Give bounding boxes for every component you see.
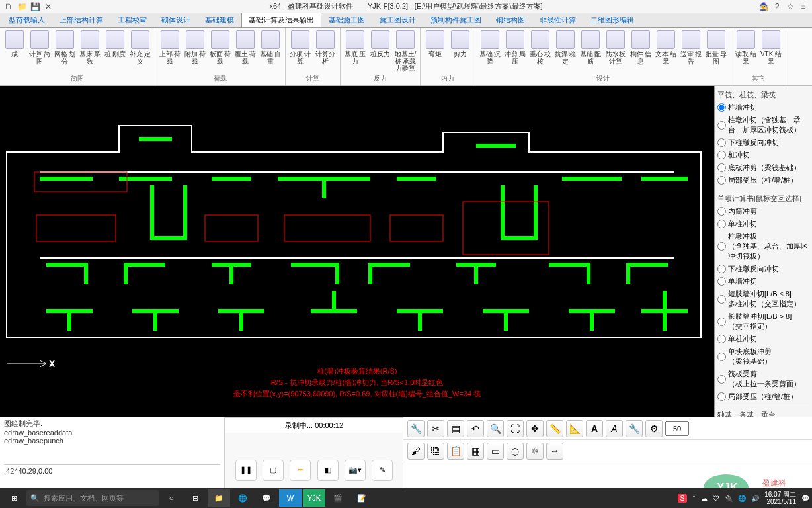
option-radio[interactable]: 单墙冲切 [717,275,809,288]
brush-icon[interactable]: 🖌 [407,443,425,460]
taskbar-search[interactable]: 🔍 搜索应用、文档、网页等 [26,490,159,506]
grid-icon[interactable]: ▦ [467,443,484,460]
start-button[interactable]: ⊞ [3,489,25,507]
ribbon-button[interactable]: 批量 导图 [704,29,728,73]
tray-power-icon[interactable]: 🔌 [725,495,733,502]
option-radio[interactable]: 柱墙冲切 [717,101,809,114]
app-recorder[interactable]: 🎬 [327,489,349,507]
tab-6[interactable]: 基础施工图 [321,13,372,27]
tab-10[interactable]: 非线性计算 [532,13,583,27]
font-a-icon[interactable]: A [606,420,623,437]
option-radio[interactable]: 底板冲剪（梁筏基础） [717,161,809,174]
open-icon[interactable]: 📁 [17,2,26,11]
option-radio[interactable]: 局部受压（柱/墙/桩） [717,390,809,403]
radio-input[interactable] [717,265,726,273]
taskview-icon[interactable]: ⊟ [184,489,206,507]
option-radio[interactable]: 单块底板冲剪 （梁筏基础） [717,345,809,368]
tab-1[interactable]: 上部结构计算 [52,13,110,27]
ribbon-button[interactable]: 冲剪 局压 [503,29,527,73]
radio-input[interactable] [717,207,726,216]
tray-cloud-icon[interactable]: ☁ [701,495,708,502]
ribbon-button[interactable]: 补充 定义 [128,29,152,73]
zoom-icon[interactable]: 🔍 [487,420,504,437]
rec-tool1-button[interactable]: ◧ [317,460,339,481]
option-radio[interactable]: 内筒冲剪 [717,205,809,218]
radio-input[interactable] [717,151,726,159]
layers-icon[interactable]: ▤ [447,420,464,437]
option-radio[interactable]: 柱墩冲切（含独基、承台、加厚区冲切筏板） [717,114,809,136]
tab-2[interactable]: 工程校审 [110,13,154,27]
wizard-icon[interactable]: 🧙 [759,2,768,11]
app-edge[interactable]: 🌐 [231,489,254,507]
sel-rect-icon[interactable]: ▭ [487,443,504,460]
ribbon-button[interactable]: 分项 计算 [288,29,312,73]
zoom-percent[interactable] [665,421,689,436]
ribbon-button[interactable]: 计算 简图 [28,29,52,73]
radio-input[interactable] [717,353,726,361]
tray-vol-icon[interactable]: 🔊 [751,495,759,502]
tab-5[interactable]: 基础计算及结果输出 [241,13,321,27]
option-radio[interactable]: 短肢墙冲切[L/B ≤ 8] 多柱冲切（交互指定） [717,288,809,310]
ribbon-button[interactable]: 板面 荷载 [208,29,232,73]
close-doc-icon[interactable]: ✕ [44,2,53,11]
tray-notif-icon[interactable]: 💬 [801,495,809,502]
ribbon-button[interactable]: 剪力 [448,29,472,73]
radio-input[interactable] [717,176,726,185]
ribbon-button[interactable]: 基础 配筋 [579,29,602,73]
radio-input[interactable] [717,335,726,343]
tab-8[interactable]: 预制构件施工图 [423,13,489,27]
drawing-canvas[interactable]: X 柱(墙)冲板验算结果(R/S) R/S - 抗冲切承载力/柱(墙)冲切力, … [0,86,714,417]
paste-icon[interactable]: 📋 [447,443,464,460]
option-radio[interactable]: 局部受压（柱/墙/桩） [717,174,809,187]
radio-input[interactable] [717,103,726,112]
ribbon-button[interactable]: 基础 自重 [259,29,282,73]
ribbon-button[interactable]: 桩 刚度 [103,29,127,73]
radio-input[interactable] [717,220,726,228]
dim-icon[interactable]: ↔ [546,443,563,460]
ribbon-button[interactable]: 基础 沉降 [478,29,502,73]
ribbon-button[interactable]: 计算分析 [313,29,337,73]
ribbon-button[interactable]: 成 [3,29,26,73]
tab-0[interactable]: 型荷载输入 [1,13,52,27]
cut-icon[interactable]: ✂ [427,420,444,437]
star-icon[interactable]: ☆ [786,2,795,11]
ribbon-button[interactable]: 上部 荷载 [158,29,182,73]
tab-3[interactable]: 砌体设计 [154,13,198,27]
option-radio[interactable]: 下柱墩反向冲切 [717,263,809,275]
option-radio[interactable]: 桩冲切 [717,149,809,161]
tray-sogou-icon[interactable]: S [678,494,688,503]
ribbon-button[interactable]: 附加 荷载 [183,29,207,73]
gear-icon[interactable]: ⚙ [645,420,663,437]
ribbon-button[interactable]: 地基土/桩 承载力验算 [393,29,417,73]
zoom-ext-icon[interactable]: ⛶ [507,420,524,437]
option-radio[interactable]: 长肢墙冲切[L/B > 8] （交互指定） [717,310,809,333]
ribbon-button[interactable]: 送审 报告 [679,29,703,73]
tab-7[interactable]: 施工图设计 [372,13,423,27]
tab-11[interactable]: 二维图形编辑 [583,13,641,27]
option-radio[interactable]: 下柱墩反向冲切 [717,136,809,149]
camera-button[interactable]: 📷▾ [345,460,366,481]
ribbon-button[interactable]: 抗浮 稳定 [553,29,577,73]
tab-4[interactable]: 基础建模 [198,13,241,27]
ribbon-button[interactable]: 弯矩 [423,29,447,73]
app-word[interactable]: W [279,489,302,507]
option-radio[interactable]: 单柱冲切 [717,218,809,230]
save-icon[interactable]: 💾 [30,2,40,11]
radio-input[interactable] [717,318,726,326]
copy-icon[interactable]: ⿻ [427,443,444,460]
help-icon[interactable]: ? [772,2,782,11]
radio-input[interactable] [717,392,726,401]
ribbon-button[interactable]: 基底 压力 [343,29,367,73]
option-radio[interactable]: 筏板受剪 （板上拉一条受剪面） [717,368,809,390]
ribbon-button[interactable]: 读取 结果 [734,29,758,73]
ribbon-button[interactable]: 网格 划分 [53,29,77,73]
radio-input[interactable] [717,375,726,384]
menu-icon[interactable]: ≡ [799,2,808,11]
app-yjk[interactable]: YJK [303,489,325,507]
pause-button[interactable]: ❚❚ [235,460,257,481]
ribbon-button[interactable]: 防水板 计算 [604,29,628,73]
pan-icon[interactable]: ✥ [526,420,544,437]
text-a-icon[interactable]: A [586,420,603,437]
cortana-icon[interactable]: ○ [160,489,183,507]
radio-input[interactable] [717,163,726,172]
